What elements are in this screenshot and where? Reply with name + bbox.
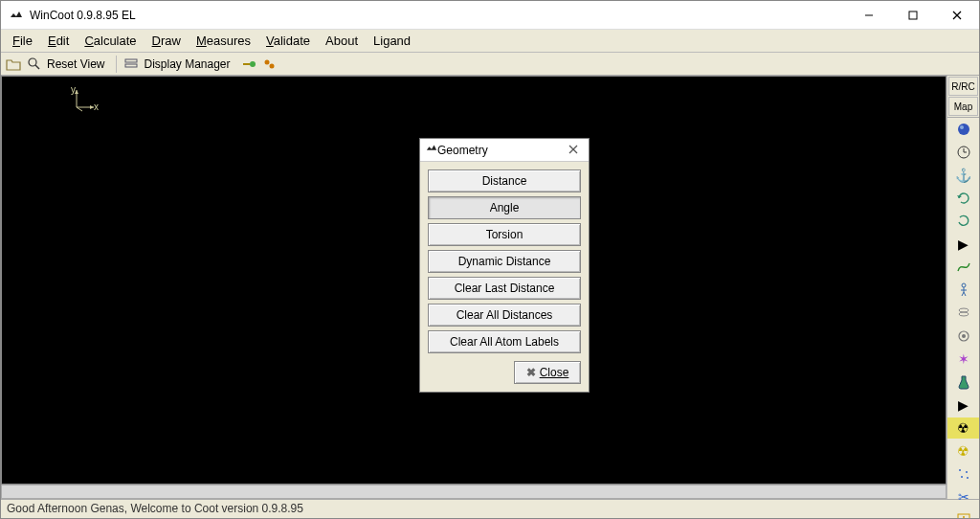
play-icon[interactable]: ▶ xyxy=(947,234,979,255)
svg-point-32 xyxy=(961,476,963,478)
separator xyxy=(116,56,117,73)
svg-point-20 xyxy=(960,125,964,129)
svg-rect-1 xyxy=(909,11,917,19)
right-panel: R/RC Map ⚓ ▶ ✶ ▶ ☢ ☢ ✂ ▶ xyxy=(947,76,979,499)
radiation-icon[interactable]: ☢ xyxy=(947,417,979,439)
distance-button[interactable]: Distance xyxy=(428,169,581,192)
clear-all-atom-labels-button[interactable]: Clear All Atom Labels xyxy=(428,330,581,353)
menu-file[interactable]: File xyxy=(5,32,40,50)
svg-point-10 xyxy=(264,59,269,64)
display-manager-button[interactable]: Display Manager xyxy=(144,57,230,71)
svg-point-31 xyxy=(966,471,968,473)
play2-icon[interactable]: ▶ xyxy=(947,395,979,416)
menu-draw[interactable]: Draw xyxy=(145,32,189,50)
dialog-body: Distance Angle Torsion Dynamic Distance … xyxy=(420,162,589,392)
dialog-title: Geometry xyxy=(437,144,564,157)
axis-x-label: x xyxy=(94,102,99,112)
svg-point-30 xyxy=(959,469,961,471)
close-button[interactable] xyxy=(935,1,979,30)
menu-about[interactable]: About xyxy=(318,32,366,50)
map-button[interactable]: Map xyxy=(948,97,978,116)
atom-icon[interactable] xyxy=(261,56,278,73)
close-x-icon: ✖ xyxy=(526,366,536,379)
geometry-dialog: Geometry Distance Angle Torsion Dynamic … xyxy=(419,138,590,393)
menu-validate[interactable]: Validate xyxy=(258,32,318,50)
dialog-close-label: Close xyxy=(540,366,569,379)
dialog-titlebar[interactable]: Geometry xyxy=(420,139,589,162)
sphere-icon[interactable] xyxy=(947,119,979,140)
helix-icon[interactable] xyxy=(947,303,979,324)
clear-all-distances-button[interactable]: Clear All Distances xyxy=(428,304,581,327)
main-area: y x Geometry Distance Angle Torsi xyxy=(1,76,979,499)
toolbar: Reset View Display Manager xyxy=(1,53,979,76)
window-titlebar: WinCoot 0.9.8.95 EL xyxy=(1,1,979,30)
scatter-icon[interactable] xyxy=(947,463,979,485)
svg-point-11 xyxy=(269,63,274,68)
reset-view-button[interactable]: Reset View xyxy=(47,57,104,71)
dialog-close-button[interactable]: ✖ Close xyxy=(514,361,581,384)
maximize-button[interactable] xyxy=(891,1,935,30)
svg-point-19 xyxy=(958,124,969,135)
svg-line-14 xyxy=(77,107,82,111)
human-icon[interactable] xyxy=(947,280,979,301)
radiation2-icon[interactable]: ☢ xyxy=(947,440,979,462)
flask-icon[interactable] xyxy=(947,372,979,393)
svg-point-8 xyxy=(250,61,256,67)
dynamic-distance-button[interactable]: Dynamic Distance xyxy=(428,250,581,273)
goto-icon[interactable] xyxy=(240,56,257,73)
plus-icon[interactable] xyxy=(947,509,979,519)
scissors-icon[interactable]: ✂ xyxy=(947,486,979,508)
rotate-icon[interactable] xyxy=(947,188,979,209)
angle-button[interactable]: Angle xyxy=(428,196,581,219)
app-icon xyxy=(9,8,24,23)
curve-icon[interactable] xyxy=(947,257,979,278)
menubar: File Edit Calculate Draw Measures Valida… xyxy=(1,30,979,53)
svg-point-26 xyxy=(959,308,969,312)
dialog-close-icon[interactable] xyxy=(564,143,583,157)
menu-edit[interactable]: Edit xyxy=(40,32,77,50)
svg-line-5 xyxy=(35,65,39,69)
svg-rect-7 xyxy=(125,64,137,67)
open-icon[interactable] xyxy=(5,56,22,73)
svg-point-33 xyxy=(967,477,969,479)
display-manager-icon[interactable] xyxy=(122,56,140,73)
menu-calculate[interactable]: Calculate xyxy=(77,32,144,50)
horizontal-scrollbar[interactable] xyxy=(1,485,947,499)
statusbar: Good Afternoon Genas, Welcome to Coot ve… xyxy=(1,499,979,518)
window-title: WinCoot 0.9.8.95 EL xyxy=(30,9,847,22)
svg-rect-6 xyxy=(125,59,137,62)
svg-point-27 xyxy=(959,312,969,316)
torsion-button[interactable]: Torsion xyxy=(428,223,581,246)
axis-y-label: y xyxy=(71,84,76,95)
svg-point-4 xyxy=(29,58,36,66)
refresh-icon[interactable] xyxy=(947,211,979,232)
viewport-3d[interactable]: y x Geometry Distance Angle Torsi xyxy=(1,76,947,485)
clear-last-distance-button[interactable]: Clear Last Distance xyxy=(428,277,581,300)
status-text: Good Afternoon Genas, Welcome to Coot ve… xyxy=(7,502,303,515)
axis-gizmo: y x xyxy=(69,86,98,115)
starburst-icon[interactable]: ✶ xyxy=(947,349,979,370)
menu-measures[interactable]: Measures xyxy=(189,32,258,50)
svg-point-29 xyxy=(962,334,966,338)
rrc-button[interactable]: R/RC xyxy=(948,77,978,96)
minimize-button[interactable] xyxy=(847,1,891,30)
gear-icon[interactable] xyxy=(947,326,979,347)
zoom-icon[interactable] xyxy=(26,56,43,73)
clock-icon[interactable] xyxy=(947,142,979,163)
menu-ligand[interactable]: Ligand xyxy=(366,32,418,50)
svg-point-25 xyxy=(962,283,966,287)
dialog-icon xyxy=(426,143,437,157)
anchor-icon[interactable]: ⚓ xyxy=(947,165,979,186)
